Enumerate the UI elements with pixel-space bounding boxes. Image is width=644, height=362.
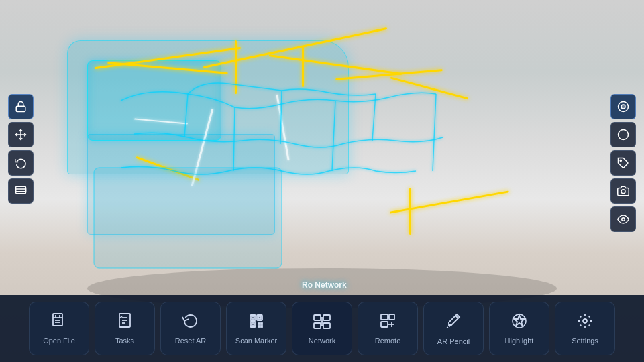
svg-rect-30	[261, 326, 262, 327]
open-file-icon	[51, 312, 67, 333]
network-icon	[313, 312, 331, 333]
layers-button[interactable]	[8, 178, 34, 204]
svg-rect-27	[258, 323, 260, 324]
rotate-button[interactable]	[8, 150, 34, 176]
lock-button[interactable]	[8, 94, 34, 119]
svg-rect-33	[252, 323, 254, 326]
scan-marker-label: Scan Marker	[235, 337, 277, 345]
highlight-icon	[511, 312, 528, 333]
svg-point-11	[620, 160, 621, 161]
svg-rect-36	[314, 323, 321, 328]
svg-point-12	[621, 190, 625, 194]
right-toolbar	[610, 94, 636, 232]
network-label: Network	[309, 337, 335, 345]
svg-rect-29	[258, 326, 260, 327]
remote-button[interactable]: Remote	[358, 302, 418, 355]
reset-ar-icon	[182, 312, 199, 333]
scan-marker-icon	[248, 312, 265, 333]
remote-label: Remote	[375, 337, 401, 345]
left-toolbar	[8, 94, 34, 204]
svg-marker-48	[514, 315, 525, 326]
bottom-toolbar: Open File Tasks Reset AR	[0, 295, 644, 362]
reset-ar-button[interactable]: Reset AR	[160, 302, 221, 355]
svg-rect-41	[381, 314, 388, 320]
settings-label: Settings	[572, 337, 598, 345]
ar-pencil-button[interactable]: AR Pencil	[423, 302, 484, 355]
svg-rect-34	[314, 315, 321, 320]
eye-button[interactable]	[610, 206, 636, 232]
svg-rect-43	[389, 314, 394, 320]
svg-point-50	[583, 319, 587, 323]
svg-rect-14	[53, 314, 62, 326]
highlight-label: Highlight	[505, 337, 534, 345]
open-file-button[interactable]: Open File	[29, 302, 89, 355]
scan-marker-button[interactable]: Scan Marker	[226, 302, 286, 355]
move-button[interactable]	[8, 122, 34, 147]
circle-mode-button[interactable]	[610, 94, 636, 119]
tasks-button[interactable]: Tasks	[95, 302, 155, 355]
svg-rect-35	[323, 315, 330, 320]
network-button[interactable]: Network	[292, 302, 352, 355]
camera-button[interactable]	[610, 178, 636, 204]
highlight-button[interactable]: Highlight	[489, 302, 549, 355]
tasks-icon	[117, 312, 133, 333]
svg-rect-1	[94, 168, 282, 268]
settings-button[interactable]: Settings	[555, 302, 615, 355]
tasks-label: Tasks	[115, 337, 134, 345]
svg-point-9	[621, 105, 625, 109]
svg-rect-5	[16, 186, 26, 194]
svg-rect-32	[258, 316, 261, 319]
open-file-label: Open File	[43, 337, 75, 345]
svg-rect-37	[323, 323, 330, 328]
svg-rect-42	[381, 322, 388, 327]
ar-pencil-icon	[445, 312, 462, 333]
svg-rect-31	[252, 316, 254, 319]
ellipse-button[interactable]	[610, 122, 636, 147]
settings-icon	[576, 312, 594, 333]
svg-point-13	[622, 218, 625, 221]
svg-rect-2	[16, 106, 25, 111]
tag-button[interactable]	[610, 150, 636, 176]
remote-icon	[379, 312, 396, 333]
svg-point-10	[619, 130, 629, 140]
svg-rect-28	[261, 323, 262, 324]
ar-pencil-label: AR Pencil	[437, 337, 470, 345]
ro-network-label: Ro Network	[302, 280, 347, 290]
reset-ar-label: Reset AR	[175, 337, 206, 345]
